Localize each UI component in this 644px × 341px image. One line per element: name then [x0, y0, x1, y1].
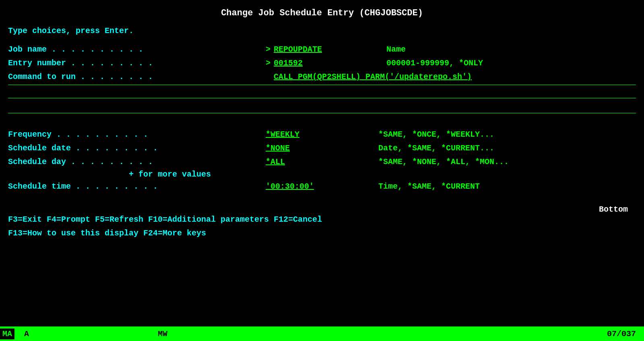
- schedule-day-label: Schedule day . . . . . . . . .: [8, 156, 266, 168]
- gap-2: [8, 102, 636, 110]
- schedule-day-value[interactable]: *ALL: [266, 156, 370, 168]
- status-mw: MW: [158, 329, 167, 339]
- command-row: Command to run . . . . . . . . CALL PGM(…: [8, 71, 636, 83]
- schedule-day-hint: *SAME, *NONE, *ALL, *MON...: [378, 156, 509, 168]
- command-arrow: [266, 71, 270, 83]
- schedule-day-row: Schedule day . . . . . . . . . *ALL *SAM…: [8, 156, 636, 168]
- frequency-label: Frequency . . . . . . . . . .: [8, 129, 266, 141]
- function-keys-row-1: F3=Exit F4=Prompt F5=Refresh F10=Additio…: [8, 213, 636, 227]
- instruction-text: Type choices, press Enter.: [8, 26, 636, 35]
- schedule-date-row: Schedule date . . . . . . . . . *NONE Da…: [8, 142, 636, 154]
- status-page: 07/037: [607, 329, 636, 339]
- job-name-arrow: >: [266, 44, 270, 56]
- separator-3: [8, 113, 636, 113]
- frequency-fields: Frequency . . . . . . . . . . *WEEKLY *S…: [8, 129, 636, 193]
- gap-1: [8, 87, 636, 95]
- function-keys-area: F3=Exit F4=Prompt F5=Refresh F10=Additio…: [8, 213, 636, 240]
- status-bar: MA A MW 07/037: [0, 326, 644, 341]
- command-label: Command to run . . . . . . . .: [8, 71, 266, 83]
- schedule-time-label: Schedule time . . . . . . . . .: [8, 181, 266, 193]
- job-name-hint: Name: [386, 44, 406, 56]
- status-ma: MA: [0, 329, 14, 339]
- job-name-value[interactable]: REPOUPDATE: [274, 44, 378, 56]
- bottom-label: Bottom: [599, 205, 628, 214]
- gap-3: [8, 116, 636, 125]
- status-a: A: [16, 329, 37, 339]
- schedule-date-hint: Date, *SAME, *CURRENT...: [378, 142, 494, 154]
- job-name-row: Job name . . . . . . . . . . > REPOUPDAT…: [8, 44, 636, 56]
- entry-number-row: Entry number . . . . . . . . . > 001592 …: [8, 57, 636, 69]
- schedule-time-value[interactable]: '00:30:00': [266, 181, 370, 193]
- entry-number-label: Entry number . . . . . . . . .: [8, 57, 266, 69]
- entry-number-hint: 000001-999999, *ONLY: [386, 57, 483, 69]
- command-value[interactable]: CALL PGM(QP2SHELL) PARM('/updaterepo.sh'…: [274, 71, 472, 83]
- entry-number-value[interactable]: 001592: [274, 57, 378, 69]
- main-fields: Job name . . . . . . . . . . > REPOUPDAT…: [8, 44, 636, 83]
- schedule-date-value[interactable]: *NONE: [266, 142, 370, 154]
- function-keys-row-2: F13=How to use this display F24=More key…: [8, 227, 636, 240]
- main-screen: Change Job Schedule Entry (CHGJOBSCDE) T…: [0, 0, 644, 341]
- frequency-hint: *SAME, *ONCE, *WEEKLY...: [378, 129, 494, 141]
- entry-number-arrow: >: [266, 57, 270, 69]
- separator-2: [8, 98, 636, 98]
- schedule-date-label: Schedule date . . . . . . . . .: [8, 142, 266, 154]
- schedule-time-row: Schedule time . . . . . . . . . '00:30:0…: [8, 181, 636, 193]
- separator-1: [8, 85, 636, 85]
- schedule-time-hint: Time, *SAME, *CURRENT: [378, 181, 480, 193]
- job-name-label: Job name . . . . . . . . . .: [8, 44, 266, 56]
- frequency-value[interactable]: *WEEKLY: [266, 129, 370, 141]
- screen-title: Change Job Schedule Entry (CHGJOBSCDE): [8, 4, 636, 18]
- frequency-row: Frequency . . . . . . . . . . *WEEKLY *S…: [8, 129, 636, 141]
- more-values-text: + for more values: [129, 170, 636, 179]
